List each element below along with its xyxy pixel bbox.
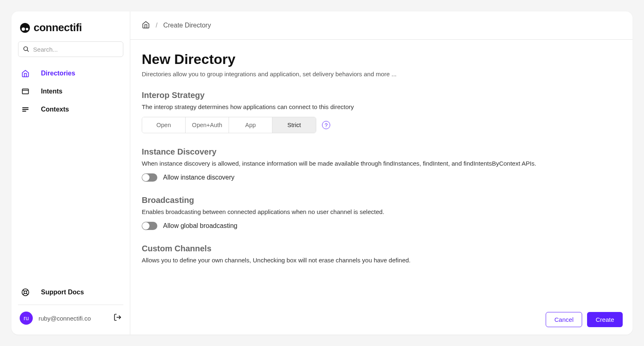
svg-line-15 — [23, 294, 24, 295]
page-subtitle: Directories allow you to group integrati… — [142, 71, 621, 77]
interop-option-app[interactable]: App — [229, 117, 272, 133]
search-icon — [23, 45, 30, 53]
logo-text: connectifi — [34, 21, 82, 34]
logout-icon[interactable] — [113, 313, 122, 323]
sidebar-nav: Directories Intents Contexts — [18, 64, 123, 283]
sidebar-item-directories[interactable]: Directories — [18, 64, 123, 82]
search-input[interactable] — [33, 46, 119, 53]
breadcrumb: / Create Directory — [130, 11, 633, 40]
sidebar-item-label: Directories — [41, 70, 75, 77]
svg-point-0 — [20, 23, 30, 33]
breadcrumb-home-icon[interactable] — [142, 20, 150, 30]
svg-line-12 — [23, 290, 24, 291]
avatar[interactable]: ru — [20, 312, 33, 325]
sidebar-item-contexts[interactable]: Contexts — [18, 100, 123, 118]
svg-point-11 — [24, 291, 27, 294]
section-desc: The interop strategy determines how appl… — [142, 103, 621, 110]
logo-mark-icon — [20, 23, 30, 33]
interop-option-strict[interactable]: Strict — [272, 117, 316, 133]
user-row: ru ruby@connectifi.co — [18, 308, 123, 328]
support-docs-link[interactable]: Support Docs — [18, 283, 123, 301]
divider — [18, 305, 123, 305]
list-icon — [21, 105, 29, 114]
broadcasting-toggle[interactable] — [142, 222, 157, 230]
support-docs-label: Support Docs — [41, 289, 84, 296]
section-desc: Enables broadcasting between connected a… — [142, 208, 621, 215]
window-icon — [21, 87, 29, 96]
svg-line-13 — [27, 294, 28, 295]
section-discovery: Instance Discovery When instance discove… — [142, 147, 621, 182]
logo[interactable]: connectifi — [18, 20, 123, 41]
sidebar-item-label: Contexts — [41, 106, 69, 113]
svg-line-4 — [27, 50, 29, 52]
section-desc: Allows you to define your own channels, … — [142, 257, 621, 264]
section-broadcasting: Broadcasting Enables broadcasting betwee… — [142, 196, 621, 230]
search-input-wrapper[interactable] — [18, 41, 123, 57]
section-interop: Interop Strategy The interop strategy de… — [142, 91, 621, 133]
discovery-toggle-label: Allow instance discovery — [163, 174, 234, 181]
section-title: Interop Strategy — [142, 91, 621, 100]
interop-help-icon[interactable]: ? — [322, 121, 330, 129]
page-title: New Directory — [142, 51, 621, 67]
discovery-toggle[interactable] — [142, 173, 157, 182]
section-title: Instance Discovery — [142, 147, 621, 157]
section-desc: When instance discovery is allowed, inst… — [142, 160, 621, 167]
breadcrumb-current: Create Directory — [163, 22, 211, 29]
section-channels: Custom Channels Allows you to define you… — [142, 244, 621, 264]
user-email: ruby@connectifi.co — [39, 315, 108, 322]
breadcrumb-separator: / — [156, 22, 157, 29]
create-button[interactable]: Create — [587, 312, 623, 327]
home-icon — [21, 69, 29, 77]
svg-point-2 — [26, 28, 28, 30]
sidebar-item-label: Intents — [41, 88, 62, 95]
section-title: Custom Channels — [142, 244, 621, 253]
help-icon — [21, 288, 29, 296]
interop-option-open-auth[interactable]: Open+Auth — [186, 117, 229, 133]
sidebar-item-intents[interactable]: Intents — [18, 82, 123, 100]
interop-strategy-segmented: Open Open+Auth App Strict — [142, 117, 316, 133]
section-title: Broadcasting — [142, 196, 621, 205]
broadcasting-toggle-label: Allow global broadcasting — [163, 222, 237, 230]
svg-rect-5 — [23, 89, 29, 94]
interop-option-open[interactable]: Open — [142, 117, 186, 133]
footer-actions: Cancel Create — [536, 305, 633, 335]
svg-point-3 — [24, 47, 27, 50]
cancel-button[interactable]: Cancel — [546, 312, 582, 327]
svg-line-14 — [27, 290, 28, 291]
svg-point-1 — [22, 27, 25, 31]
